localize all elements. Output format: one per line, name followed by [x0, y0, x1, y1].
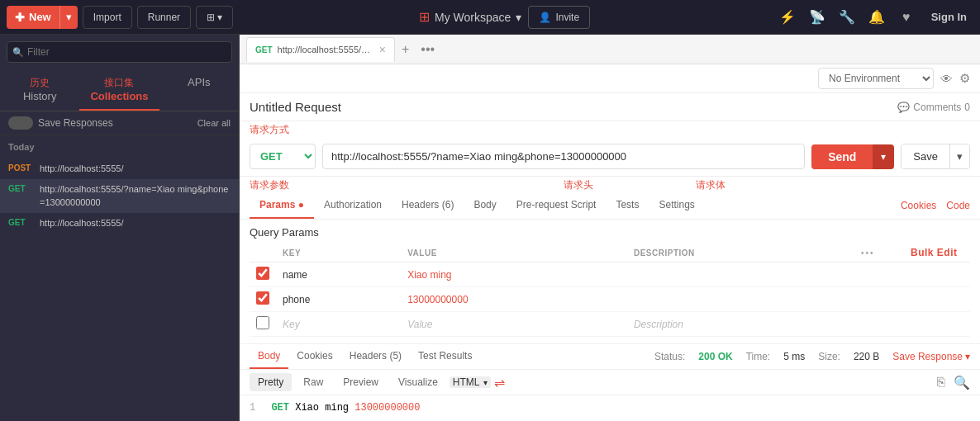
runner-button[interactable]: Runner [137, 6, 191, 29]
save-responses-toggle[interactable]: Save Responses [8, 116, 113, 130]
code-link[interactable]: Code [946, 200, 970, 211]
table-row: phone 13000000000 [250, 287, 970, 312]
params-dot: ● [298, 199, 304, 210]
tab-pre-request-script[interactable]: Pre-request Script [507, 192, 607, 219]
format-chevron-icon: ▾ [483, 378, 488, 387]
request-panel: GET http://localhost:5555/?name=X... × +… [240, 35, 980, 421]
satellite-icon-button[interactable]: 📡 [806, 6, 829, 29]
param-value-1: 13000000000 [401, 287, 627, 312]
list-item[interactable]: GET http://localhost:5555/ [0, 213, 239, 234]
env-settings-button[interactable]: ⚙ [959, 71, 970, 86]
param-checkbox-0[interactable] [256, 267, 269, 280]
sidebar-tab-apis[interactable]: APIs [159, 69, 239, 111]
resp-tab-cookies[interactable]: Cookies [288, 344, 340, 369]
tab-tests[interactable]: Tests [606, 192, 649, 219]
more-tabs-button[interactable]: ••• [416, 42, 440, 57]
url-input[interactable] [322, 144, 805, 169]
sidebar-tab-history[interactable]: 历史 History [0, 69, 79, 111]
resp-tab-test-results[interactable]: Test Results [410, 344, 480, 369]
format-pretty-tab[interactable]: Pretty [250, 373, 292, 391]
clear-all-button[interactable]: Clear all [197, 118, 231, 128]
bell-icon-button[interactable]: 🔔 [865, 6, 888, 29]
toolbar-center: ⊞ My Workspace ▾ 👤 Invite [238, 6, 770, 29]
sidebar-section-today: Today [0, 135, 239, 158]
format-visualize-tab[interactable]: Visualize [390, 373, 446, 391]
save-response-button[interactable]: Save Response ▾ [892, 351, 970, 362]
bulk-edit-button[interactable]: Bulk Edit [911, 247, 958, 258]
param-value-placeholder: Value [401, 312, 627, 337]
import-button[interactable]: Import [83, 6, 132, 29]
table-row: Key Value Description [250, 312, 970, 337]
sidebar-tab-collections[interactable]: 接口集 Collections [79, 69, 159, 111]
wrap-icon[interactable]: ⇌ [494, 375, 505, 390]
tab-headers[interactable]: Headers (6) [392, 192, 464, 219]
body-annotation: 请求体 [696, 178, 725, 192]
cookies-link[interactable]: Cookies [901, 200, 936, 211]
list-item[interactable]: GET http://localhost:5555/?name=Xiao min… [0, 179, 239, 213]
copy-icon[interactable]: ⎘ [937, 375, 945, 390]
resp-tab-body[interactable]: Body [250, 344, 288, 369]
tab-params[interactable]: Params ● [250, 192, 314, 219]
url-bar: GET Send ▾ Save ▾ [240, 137, 980, 177]
save-button[interactable]: Save [902, 144, 949, 168]
sign-in-button[interactable]: Sign In [925, 11, 973, 23]
tab-body[interactable]: Body [464, 192, 506, 219]
comments-button[interactable]: 💬 Comments 0 [897, 102, 970, 113]
method-annotation: 请求方式 [250, 123, 289, 137]
send-arrow-button[interactable]: ▾ [873, 144, 894, 169]
history-chinese-label: 历史 [3, 76, 76, 90]
params-table: KEY VALUE DESCRIPTION ••• Bulk Edit [250, 244, 970, 337]
method-select[interactable]: GET [250, 144, 316, 169]
tab-settings[interactable]: Settings [649, 192, 704, 219]
search-input[interactable] [7, 41, 232, 63]
response-tabs-bar: Body Cookies Headers (5) Test Results St… [240, 344, 980, 370]
comments-count: 0 [964, 102, 970, 113]
invite-button[interactable]: 👤 Invite [528, 6, 590, 29]
request-title: Untitled Request [250, 100, 341, 114]
env-bar: No Environment 👁 ⚙ [240, 64, 980, 93]
resp-tab-headers[interactable]: Headers (5) [341, 344, 410, 369]
param-key-placeholder: Key [276, 312, 401, 337]
heart-icon-button[interactable]: ♥ [895, 6, 918, 29]
environment-select[interactable]: No Environment [818, 68, 934, 89]
workspace-icon: ⊞ [419, 9, 430, 25]
workspace-chevron-icon: ▾ [516, 11, 521, 24]
send-button[interactable]: Send [811, 144, 873, 169]
save-arrow-button[interactable]: ▾ [949, 144, 969, 168]
html-format-select[interactable]: HTML ▾ [450, 376, 491, 388]
new-button-label[interactable]: ✚ New [7, 6, 60, 29]
th-value: VALUE [401, 244, 627, 263]
method-badge-get-2: GET [8, 217, 35, 227]
tab-close-icon[interactable]: × [379, 43, 386, 56]
toggle-switch-track [8, 116, 33, 130]
tab-url-label: http://localhost:5555/?name=X... [278, 45, 371, 54]
new-button[interactable]: ✚ New ▾ [7, 6, 78, 29]
response-section: Body Cookies Headers (5) Test Results St… [240, 343, 980, 420]
item-url-1: http://localhost:5555/?name=Xiao ming&ph… [40, 183, 231, 209]
layout-button[interactable]: ⊞ ▾ [196, 6, 233, 29]
request-title-bar: Untitled Request 💬 Comments 0 [240, 93, 980, 121]
format-raw-tab[interactable]: Raw [295, 373, 331, 391]
tab-authorization[interactable]: Authorization [314, 192, 392, 219]
save-response-chevron-icon: ▾ [965, 351, 970, 362]
format-preview-tab[interactable]: Preview [335, 373, 387, 391]
item-url-0: http://localhost:5555/ [40, 163, 124, 175]
param-checkbox-1[interactable] [256, 291, 269, 305]
add-tab-button[interactable]: + [397, 42, 414, 57]
new-button-arrow[interactable]: ▾ [60, 6, 78, 29]
table-more-icon[interactable]: ••• [861, 248, 875, 258]
list-item[interactable]: POST http://localhost:5555/ [0, 158, 239, 179]
th-key: KEY [276, 244, 401, 263]
workspace-button[interactable]: ⊞ My Workspace ▾ [419, 9, 521, 25]
bolt-icon-button[interactable]: ⚡ [776, 6, 799, 29]
time-value: 5 ms [783, 351, 805, 362]
env-eye-button[interactable]: 👁 [940, 72, 953, 86]
size-value: 220 B [854, 351, 879, 362]
param-key-0: name [276, 263, 401, 287]
param-checkbox-2[interactable] [256, 316, 269, 329]
search-icon: 🔍 [12, 47, 24, 58]
wrench-icon-button[interactable]: 🔧 [835, 6, 859, 29]
search-response-icon[interactable]: 🔍 [954, 375, 970, 390]
request-tab-active[interactable]: GET http://localhost:5555/?name=X... × [246, 37, 395, 62]
collections-chinese-label: 接口集 [83, 76, 155, 90]
